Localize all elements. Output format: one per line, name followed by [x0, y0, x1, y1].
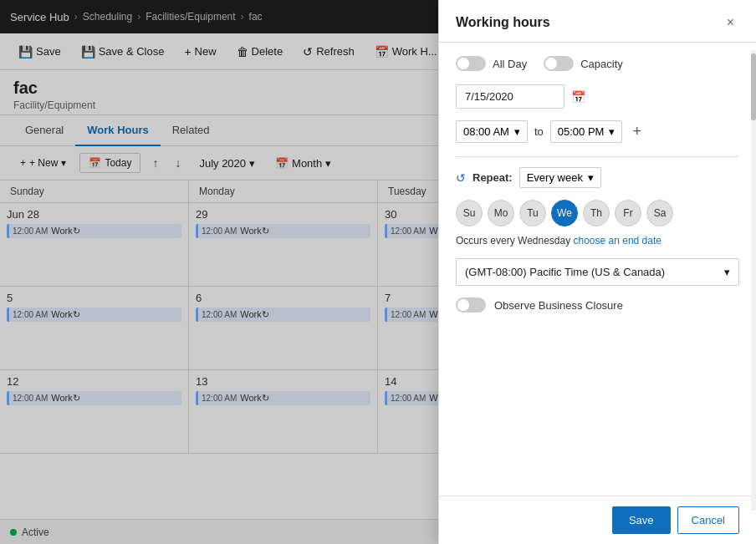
working-hours-panel: Working hours × All Day Capacity: [438, 0, 756, 544]
day-btn-we[interactable]: We: [551, 200, 578, 226]
end-time-selector[interactable]: 05:00 PM ▾: [550, 120, 623, 143]
toggle-row: All Day Capacity: [456, 56, 739, 71]
business-closure-row: Observe Business Closure: [456, 297, 739, 313]
business-closure-label: Observe Business Closure: [494, 299, 623, 312]
repeat-value: Every week: [527, 171, 583, 184]
day-btn-sa[interactable]: Sa: [646, 200, 673, 226]
day-btn-tu[interactable]: Tu: [519, 200, 546, 226]
timezone-value: (GMT-08:00) Pacific Time (US & Canada): [465, 266, 665, 278]
timezone-selector[interactable]: (GMT-08:00) Pacific Time (US & Canada) ▾: [456, 258, 739, 286]
repeat-icon: ↺: [456, 171, 466, 185]
capacity-toggle-group: Capacity: [544, 56, 623, 71]
end-time-chevron-icon: ▾: [609, 125, 615, 138]
modal-save-button[interactable]: Save: [612, 506, 671, 534]
end-time-value: 05:00 PM: [558, 125, 605, 138]
capacity-label: Capacity: [580, 58, 623, 70]
divider: [456, 156, 739, 157]
timezone-chevron-icon: ▾: [724, 266, 730, 278]
modal-scrollbar-thumb: [751, 53, 756, 120]
modal-body: All Day Capacity 📅 08:00 AM ▾: [439, 43, 756, 496]
choose-end-date-link[interactable]: choose an end date: [574, 235, 662, 247]
modal-scrollbar[interactable]: [751, 50, 756, 511]
start-time-value: 08:00 AM: [463, 125, 509, 138]
modal-header: Working hours ×: [439, 0, 756, 43]
business-closure-toggle[interactable]: [456, 297, 486, 313]
add-time-button[interactable]: +: [629, 123, 645, 140]
day-btn-su[interactable]: Su: [456, 200, 483, 226]
allday-toggle[interactable]: [456, 56, 486, 71]
date-input-row: 📅: [456, 84, 739, 109]
date-input[interactable]: [456, 84, 564, 109]
modal-close-button[interactable]: ×: [722, 13, 739, 32]
modal-title: Working hours: [456, 15, 550, 30]
start-time-chevron-icon: ▾: [514, 125, 520, 138]
occurrence-text: Occurs every Wednesday choose an end dat…: [456, 235, 739, 247]
repeat-selector[interactable]: Every week ▾: [519, 167, 601, 188]
allday-label: All Day: [493, 58, 527, 70]
day-btn-th[interactable]: Th: [583, 200, 610, 226]
day-btn-fr[interactable]: Fr: [615, 200, 641, 226]
calendar-icon[interactable]: 📅: [571, 90, 585, 104]
capacity-toggle[interactable]: [544, 56, 574, 71]
repeat-row: ↺ Repeat: Every week ▾: [456, 167, 739, 188]
allday-toggle-group: All Day: [456, 56, 527, 71]
modal-footer: Save Cancel: [439, 496, 756, 544]
to-label: to: [534, 125, 544, 138]
time-row: 08:00 AM ▾ to 05:00 PM ▾ +: [456, 120, 739, 143]
modal-cancel-button[interactable]: Cancel: [677, 506, 739, 534]
repeat-chevron-icon: ▾: [588, 171, 594, 184]
modal-overlay: Working hours × All Day Capacity: [0, 0, 756, 544]
main-app: Service Hub › Scheduling › Facilities/Eq…: [0, 0, 756, 544]
repeat-label: Repeat:: [472, 171, 513, 184]
start-time-selector[interactable]: 08:00 AM ▾: [456, 120, 528, 143]
day-picker: Su Mo Tu We Th Fr Sa: [456, 200, 739, 226]
day-btn-mo[interactable]: Mo: [488, 200, 514, 226]
